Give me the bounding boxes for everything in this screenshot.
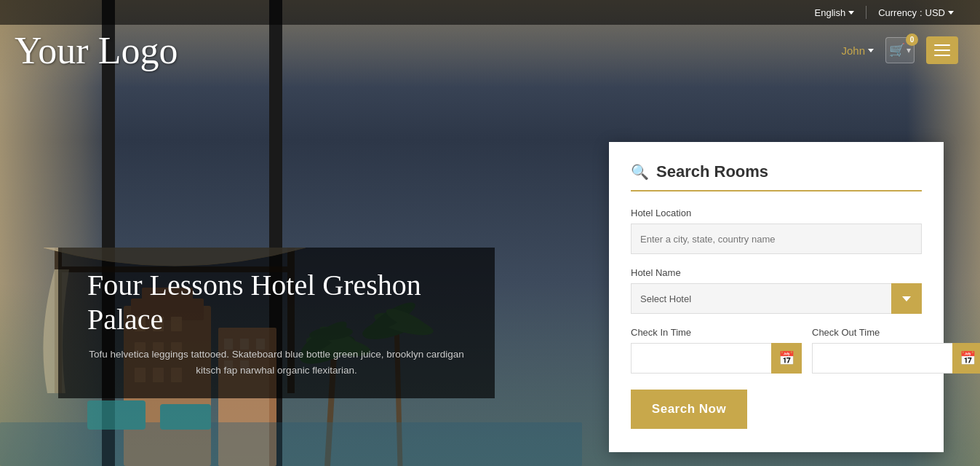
language-selector[interactable]: English — [803, 7, 867, 18]
cart-icon: 🛒 — [889, 42, 905, 58]
menu-line-2 — [934, 50, 950, 51]
checkout-group: Check Out Time 📅 — [812, 327, 980, 374]
hero-title: Four Lessons Hotel Greshon Palace — [87, 268, 466, 336]
checkin-label: Check In Time — [631, 327, 802, 338]
menu-line-3 — [934, 55, 950, 56]
menu-line-1 — [934, 44, 950, 46]
currency-colon: : — [920, 7, 923, 18]
hotel-name-wrapper: Select Hotel — [631, 283, 922, 314]
user-chevron-icon — [868, 49, 874, 52]
search-title: Search Rooms — [656, 162, 768, 181]
hotel-name-label: Hotel Name — [631, 267, 922, 278]
cart-badge: 0 — [906, 33, 918, 46]
hotel-location-input[interactable] — [631, 224, 922, 254]
checkin-group: Check In Time 📅 — [631, 327, 802, 374]
checkout-calendar-icon: 📅 — [960, 350, 976, 366]
svg-rect-33 — [87, 400, 146, 430]
hotel-select-button[interactable] — [891, 283, 922, 314]
search-icon: 🔍 — [631, 163, 649, 181]
checkin-calendar-button[interactable]: 📅 — [771, 343, 802, 374]
svg-rect-34 — [160, 404, 211, 430]
search-now-button[interactable]: Search Now — [631, 390, 747, 429]
user-name-label: John — [841, 44, 865, 57]
datetime-row: Check In Time 📅 Check Out Time 📅 — [631, 327, 922, 374]
hotel-select-chevron-icon — [902, 296, 911, 301]
checkout-input-wrapper: 📅 — [812, 343, 980, 374]
hero-section: Four Lessons Hotel Greshon Palace Tofu h… — [58, 248, 495, 398]
site-logo: Your Logo — [15, 29, 178, 72]
checkin-input-wrapper: 📅 — [631, 343, 802, 374]
header: Your Logo John 🛒 0 ▾ — [0, 25, 980, 76]
language-chevron-icon — [848, 11, 854, 15]
currency-label: Currency — [878, 7, 917, 18]
hotel-name-select[interactable]: Select Hotel — [631, 283, 891, 314]
checkin-input[interactable] — [631, 343, 771, 374]
hotel-name-group: Hotel Name Select Hotel — [631, 267, 922, 314]
hero-description: Tofu helvetica leggings tattooed. Skateb… — [87, 347, 466, 378]
user-menu[interactable]: John — [841, 44, 874, 57]
checkout-calendar-button[interactable]: 📅 — [952, 343, 980, 374]
svg-rect-29 — [0, 422, 582, 466]
cart-arrow: ▾ — [907, 45, 911, 55]
top-bar: English Currency : USD — [0, 0, 980, 25]
language-label: English — [815, 7, 846, 18]
hamburger-menu-button[interactable] — [926, 36, 958, 64]
hotel-location-group: Hotel Location — [631, 208, 922, 254]
cart-button[interactable]: 🛒 0 ▾ — [885, 37, 915, 63]
checkout-input[interactable] — [812, 343, 952, 374]
currency-chevron-icon — [948, 11, 954, 15]
checkout-label: Check Out Time — [812, 327, 980, 338]
header-right: John 🛒 0 ▾ — [841, 36, 958, 64]
search-header: 🔍 Search Rooms — [631, 162, 922, 191]
checkin-calendar-icon: 📅 — [778, 350, 794, 366]
search-panel: 🔍 Search Rooms Hotel Location Hotel Name… — [609, 142, 944, 452]
hotel-location-label: Hotel Location — [631, 208, 922, 218]
currency-selector[interactable]: Currency : USD — [867, 7, 965, 18]
currency-value: USD — [925, 7, 945, 18]
